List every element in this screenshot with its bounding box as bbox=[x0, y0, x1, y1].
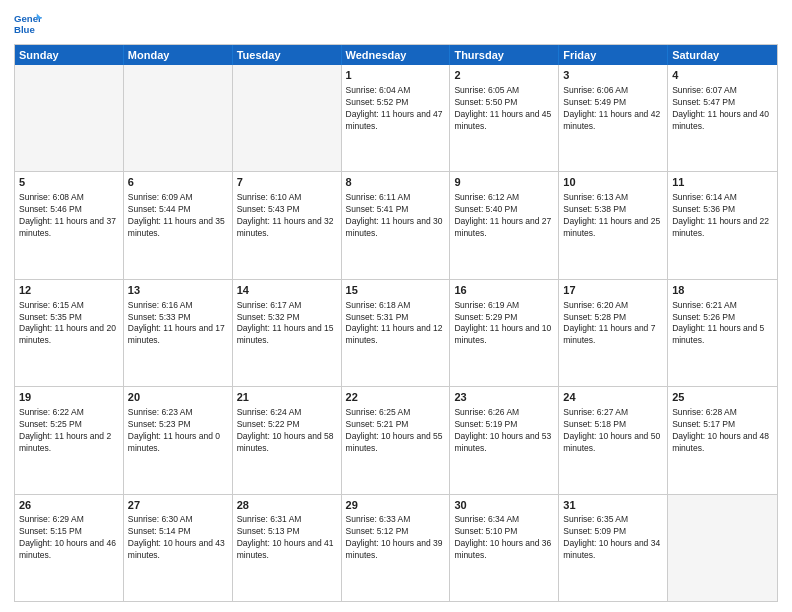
day-header-monday: Monday bbox=[124, 45, 233, 65]
day-info: Sunrise: 6:14 AM Sunset: 5:36 PM Dayligh… bbox=[672, 192, 773, 240]
day-info: Sunrise: 6:05 AM Sunset: 5:50 PM Dayligh… bbox=[454, 85, 554, 133]
calendar-cell-2: 2Sunrise: 6:05 AM Sunset: 5:50 PM Daylig… bbox=[450, 65, 559, 171]
day-info: Sunrise: 6:07 AM Sunset: 5:47 PM Dayligh… bbox=[672, 85, 773, 133]
calendar-cell-23: 23Sunrise: 6:26 AM Sunset: 5:19 PM Dayli… bbox=[450, 387, 559, 493]
calendar-cell-11: 11Sunrise: 6:14 AM Sunset: 5:36 PM Dayli… bbox=[668, 172, 777, 278]
day-info: Sunrise: 6:28 AM Sunset: 5:17 PM Dayligh… bbox=[672, 407, 773, 455]
day-info: Sunrise: 6:18 AM Sunset: 5:31 PM Dayligh… bbox=[346, 300, 446, 348]
calendar-cell-6: 6Sunrise: 6:09 AM Sunset: 5:44 PM Daylig… bbox=[124, 172, 233, 278]
day-header-tuesday: Tuesday bbox=[233, 45, 342, 65]
calendar-row-3: 12Sunrise: 6:15 AM Sunset: 5:35 PM Dayli… bbox=[15, 279, 777, 386]
day-info: Sunrise: 6:08 AM Sunset: 5:46 PM Dayligh… bbox=[19, 192, 119, 240]
day-number: 10 bbox=[563, 175, 663, 190]
day-number: 25 bbox=[672, 390, 773, 405]
day-header-saturday: Saturday bbox=[668, 45, 777, 65]
day-info: Sunrise: 6:12 AM Sunset: 5:40 PM Dayligh… bbox=[454, 192, 554, 240]
day-number: 23 bbox=[454, 390, 554, 405]
day-info: Sunrise: 6:24 AM Sunset: 5:22 PM Dayligh… bbox=[237, 407, 337, 455]
day-info: Sunrise: 6:13 AM Sunset: 5:38 PM Dayligh… bbox=[563, 192, 663, 240]
day-info: Sunrise: 6:11 AM Sunset: 5:41 PM Dayligh… bbox=[346, 192, 446, 240]
calendar-cell-30: 30Sunrise: 6:34 AM Sunset: 5:10 PM Dayli… bbox=[450, 495, 559, 601]
day-info: Sunrise: 6:19 AM Sunset: 5:29 PM Dayligh… bbox=[454, 300, 554, 348]
day-number: 12 bbox=[19, 283, 119, 298]
calendar-cell-8: 8Sunrise: 6:11 AM Sunset: 5:41 PM Daylig… bbox=[342, 172, 451, 278]
calendar-cell-empty bbox=[124, 65, 233, 171]
day-number: 21 bbox=[237, 390, 337, 405]
calendar-cell-25: 25Sunrise: 6:28 AM Sunset: 5:17 PM Dayli… bbox=[668, 387, 777, 493]
day-number: 24 bbox=[563, 390, 663, 405]
calendar-cell-15: 15Sunrise: 6:18 AM Sunset: 5:31 PM Dayli… bbox=[342, 280, 451, 386]
calendar-cell-16: 16Sunrise: 6:19 AM Sunset: 5:29 PM Dayli… bbox=[450, 280, 559, 386]
day-info: Sunrise: 6:20 AM Sunset: 5:28 PM Dayligh… bbox=[563, 300, 663, 348]
day-number: 16 bbox=[454, 283, 554, 298]
calendar-row-5: 26Sunrise: 6:29 AM Sunset: 5:15 PM Dayli… bbox=[15, 494, 777, 601]
calendar-cell-1: 1Sunrise: 6:04 AM Sunset: 5:52 PM Daylig… bbox=[342, 65, 451, 171]
day-number: 31 bbox=[563, 498, 663, 513]
day-number: 4 bbox=[672, 68, 773, 83]
day-header-friday: Friday bbox=[559, 45, 668, 65]
calendar-cell-27: 27Sunrise: 6:30 AM Sunset: 5:14 PM Dayli… bbox=[124, 495, 233, 601]
page: General Blue SundayMondayTuesdayWednesda… bbox=[0, 0, 792, 612]
calendar-cell-12: 12Sunrise: 6:15 AM Sunset: 5:35 PM Dayli… bbox=[15, 280, 124, 386]
day-number: 27 bbox=[128, 498, 228, 513]
calendar-body: 1Sunrise: 6:04 AM Sunset: 5:52 PM Daylig… bbox=[15, 65, 777, 601]
calendar-cell-17: 17Sunrise: 6:20 AM Sunset: 5:28 PM Dayli… bbox=[559, 280, 668, 386]
day-info: Sunrise: 6:09 AM Sunset: 5:44 PM Dayligh… bbox=[128, 192, 228, 240]
day-header-sunday: Sunday bbox=[15, 45, 124, 65]
day-info: Sunrise: 6:25 AM Sunset: 5:21 PM Dayligh… bbox=[346, 407, 446, 455]
day-number: 20 bbox=[128, 390, 228, 405]
calendar-cell-3: 3Sunrise: 6:06 AM Sunset: 5:49 PM Daylig… bbox=[559, 65, 668, 171]
day-number: 30 bbox=[454, 498, 554, 513]
day-info: Sunrise: 6:16 AM Sunset: 5:33 PM Dayligh… bbox=[128, 300, 228, 348]
calendar-cell-28: 28Sunrise: 6:31 AM Sunset: 5:13 PM Dayli… bbox=[233, 495, 342, 601]
calendar-cell-empty bbox=[15, 65, 124, 171]
day-info: Sunrise: 6:26 AM Sunset: 5:19 PM Dayligh… bbox=[454, 407, 554, 455]
day-info: Sunrise: 6:29 AM Sunset: 5:15 PM Dayligh… bbox=[19, 514, 119, 562]
day-number: 5 bbox=[19, 175, 119, 190]
calendar-cell-7: 7Sunrise: 6:10 AM Sunset: 5:43 PM Daylig… bbox=[233, 172, 342, 278]
day-number: 9 bbox=[454, 175, 554, 190]
calendar-cell-19: 19Sunrise: 6:22 AM Sunset: 5:25 PM Dayli… bbox=[15, 387, 124, 493]
day-number: 6 bbox=[128, 175, 228, 190]
day-info: Sunrise: 6:27 AM Sunset: 5:18 PM Dayligh… bbox=[563, 407, 663, 455]
day-header-thursday: Thursday bbox=[450, 45, 559, 65]
day-number: 14 bbox=[237, 283, 337, 298]
header: General Blue bbox=[14, 10, 778, 38]
day-info: Sunrise: 6:17 AM Sunset: 5:32 PM Dayligh… bbox=[237, 300, 337, 348]
day-number: 29 bbox=[346, 498, 446, 513]
calendar-cell-13: 13Sunrise: 6:16 AM Sunset: 5:33 PM Dayli… bbox=[124, 280, 233, 386]
calendar-row-2: 5Sunrise: 6:08 AM Sunset: 5:46 PM Daylig… bbox=[15, 171, 777, 278]
calendar-row-4: 19Sunrise: 6:22 AM Sunset: 5:25 PM Dayli… bbox=[15, 386, 777, 493]
day-header-wednesday: Wednesday bbox=[342, 45, 451, 65]
calendar-cell-22: 22Sunrise: 6:25 AM Sunset: 5:21 PM Dayli… bbox=[342, 387, 451, 493]
calendar-header-row: SundayMondayTuesdayWednesdayThursdayFrid… bbox=[15, 45, 777, 65]
day-number: 26 bbox=[19, 498, 119, 513]
calendar-cell-29: 29Sunrise: 6:33 AM Sunset: 5:12 PM Dayli… bbox=[342, 495, 451, 601]
logo-icon: General Blue bbox=[14, 10, 42, 38]
day-number: 1 bbox=[346, 68, 446, 83]
calendar-cell-4: 4Sunrise: 6:07 AM Sunset: 5:47 PM Daylig… bbox=[668, 65, 777, 171]
day-number: 11 bbox=[672, 175, 773, 190]
calendar-cell-5: 5Sunrise: 6:08 AM Sunset: 5:46 PM Daylig… bbox=[15, 172, 124, 278]
day-number: 17 bbox=[563, 283, 663, 298]
day-info: Sunrise: 6:23 AM Sunset: 5:23 PM Dayligh… bbox=[128, 407, 228, 455]
day-number: 19 bbox=[19, 390, 119, 405]
calendar-cell-21: 21Sunrise: 6:24 AM Sunset: 5:22 PM Dayli… bbox=[233, 387, 342, 493]
day-info: Sunrise: 6:35 AM Sunset: 5:09 PM Dayligh… bbox=[563, 514, 663, 562]
day-info: Sunrise: 6:22 AM Sunset: 5:25 PM Dayligh… bbox=[19, 407, 119, 455]
day-number: 2 bbox=[454, 68, 554, 83]
svg-text:Blue: Blue bbox=[14, 24, 35, 35]
day-info: Sunrise: 6:10 AM Sunset: 5:43 PM Dayligh… bbox=[237, 192, 337, 240]
calendar-cell-26: 26Sunrise: 6:29 AM Sunset: 5:15 PM Dayli… bbox=[15, 495, 124, 601]
calendar-cell-31: 31Sunrise: 6:35 AM Sunset: 5:09 PM Dayli… bbox=[559, 495, 668, 601]
day-number: 18 bbox=[672, 283, 773, 298]
calendar-cell-24: 24Sunrise: 6:27 AM Sunset: 5:18 PM Dayli… bbox=[559, 387, 668, 493]
calendar-cell-20: 20Sunrise: 6:23 AM Sunset: 5:23 PM Dayli… bbox=[124, 387, 233, 493]
logo: General Blue bbox=[14, 10, 42, 38]
calendar-cell-9: 9Sunrise: 6:12 AM Sunset: 5:40 PM Daylig… bbox=[450, 172, 559, 278]
calendar-cell-empty bbox=[233, 65, 342, 171]
calendar-cell-18: 18Sunrise: 6:21 AM Sunset: 5:26 PM Dayli… bbox=[668, 280, 777, 386]
day-info: Sunrise: 6:30 AM Sunset: 5:14 PM Dayligh… bbox=[128, 514, 228, 562]
calendar-cell-empty bbox=[668, 495, 777, 601]
day-number: 7 bbox=[237, 175, 337, 190]
